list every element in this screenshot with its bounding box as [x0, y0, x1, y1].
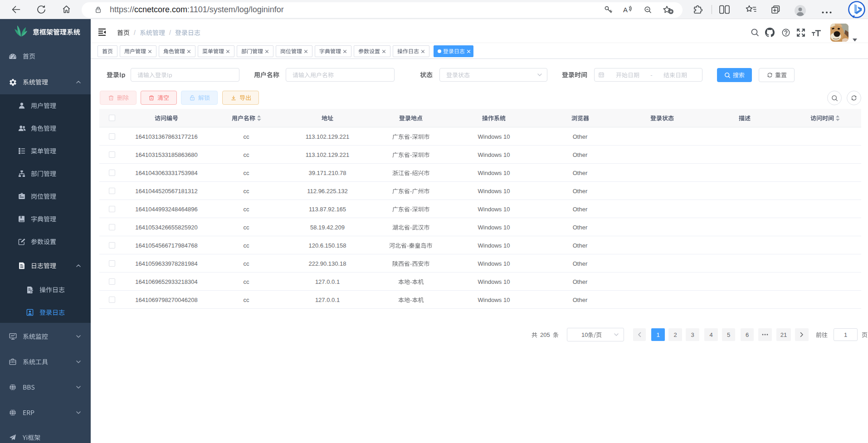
svg-text:A: A [623, 6, 628, 14]
